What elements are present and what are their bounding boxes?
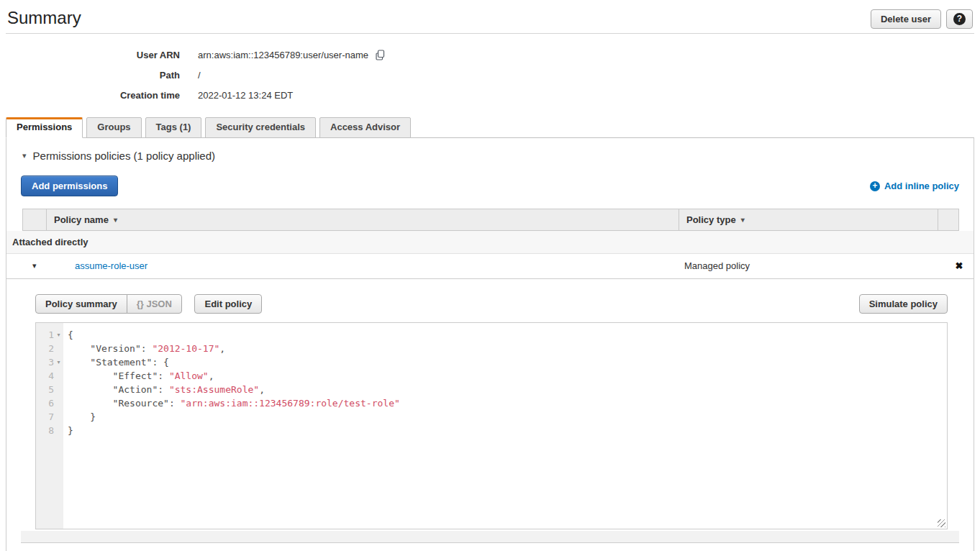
delete-user-button[interactable]: Delete user [871,9,941,29]
detach-policy-icon[interactable]: ✖ [945,260,974,271]
line-number: 5 [48,384,54,395]
creation-time-value: 2022-01-12 13:24 EDT [198,90,293,101]
policy-actions-row: Add permissions + Add inline policy [21,176,959,196]
editor-gutter-line: 7 [36,410,63,424]
policy-name-column-header[interactable]: Policy name ▾ [46,209,679,230]
actions-column-header [938,209,958,230]
policy-name-link[interactable]: assume-role-user [75,260,679,271]
header-divider [6,33,974,34]
help-icon: ? [953,13,966,25]
editor-code-line: "Resource": "arn:aws:iam::123456789:role… [68,396,947,410]
plus-circle-icon: + [870,181,880,191]
editor-code-line: } [68,410,947,424]
creation-time-label: Creation time [0,90,180,101]
user-summary: User ARN arn:aws:iam::123456789:user/use… [0,45,980,105]
policy-view-buttons-row: Policy summary {} JSON Edit policy Simul… [35,294,948,314]
policy-type-value: Managed policy [679,260,945,271]
tab-groups[interactable]: Groups [86,117,141,138]
permissions-tab-panel: ▾ Permissions policies (1 policy applied… [6,137,974,551]
line-number: 4 [48,370,54,381]
editor-code-line: "Action": "sts:AssumeRole", [68,383,947,396]
editor-gutter-line: 8 [36,424,63,437]
copy-icon[interactable] [375,50,386,60]
field-row-creation-time: Creation time 2022-01-12 13:24 EDT [0,85,980,105]
permissions-policies-heading: Permissions policies (1 policy applied) [33,150,215,162]
policy-name-header-label: Policy name [54,214,109,225]
sort-caret-icon: ▾ [114,216,117,224]
top-bar-actions: Delete user ? [871,9,973,29]
editor-code-line: "Statement": { [68,355,947,369]
add-inline-policy-link[interactable]: + Add inline policy [870,181,959,191]
policy-summary-button[interactable]: Policy summary [35,294,127,314]
editor-code-line: "Effect": "Allow", [68,369,947,383]
expand-column-header [23,209,46,230]
field-row-user-arn: User ARN arn:aws:iam::123456789:user/use… [0,45,980,65]
expanded-row-footer [21,531,959,542]
policy-row: ▾ assume-role-user Managed policy ✖ [6,254,974,279]
policy-table: Policy name ▾ Policy type ▾ Attached dir… [6,209,974,543]
editor-gutter: 1▾23▾45678 [36,323,63,529]
sort-caret-icon: ▾ [741,216,745,224]
editor-gutter-line: 2 [36,342,63,355]
editor-gutter-line: 6 [36,396,63,410]
editor-code-line: "Version": "2012-10-17", [68,342,947,355]
policy-type-column-header[interactable]: Policy type ▾ [679,209,938,230]
fold-caret-icon[interactable]: ▾ [54,359,63,365]
user-arn-value: arn:aws:iam::123456789:user/user-name [198,50,368,60]
simulate-policy-button[interactable]: Simulate policy [859,294,948,314]
tab-bar: PermissionsGroupsTags (1)Security creden… [0,117,980,138]
policy-view-segmented-control: Policy summary {} JSON [35,294,182,314]
editor-gutter-line: 1▾ [36,328,63,342]
permissions-policies-section-header[interactable]: ▾ Permissions policies (1 policy applied… [22,150,974,162]
policy-json-editor[interactable]: 1▾23▾45678 { "Version": "2012-10-17", "S… [35,322,948,529]
editor-gutter-line: 3▾ [36,355,63,369]
expand-caret-icon[interactable]: ▾ [32,261,42,270]
help-button[interactable]: ? [946,9,973,29]
edit-policy-button[interactable]: Edit policy [194,294,262,314]
page-title: Summary [7,7,81,29]
line-number: 6 [48,398,54,409]
tab-access-advisor[interactable]: Access Advisor [319,117,411,138]
path-value: / [198,70,201,81]
line-number: 3 [48,357,54,368]
add-permissions-button[interactable]: Add permissions [21,176,118,196]
tab-permissions[interactable]: Permissions [6,117,83,138]
top-bar: Summary Delete user ? [0,0,980,33]
tab-tags-1[interactable]: Tags (1) [145,117,202,138]
line-number: 1 [48,329,54,340]
fold-caret-icon[interactable]: ▾ [54,332,63,338]
policy-detail-expanded: Policy summary {} JSON Edit policy Simul… [21,294,959,543]
editor-gutter-line: 4 [36,369,63,383]
path-label: Path [0,70,180,81]
json-view-button[interactable]: {} JSON [127,294,182,314]
line-number: 7 [48,411,54,422]
editor-gutter-line: 5 [36,383,63,396]
collapse-caret-icon[interactable]: ▾ [22,152,27,160]
group-row-attached-directly: Attached directly [6,231,974,254]
policy-type-header-label: Policy type [686,214,736,225]
user-arn-label: User ARN [0,50,180,60]
line-number: 8 [48,425,54,436]
tab-security-credentials[interactable]: Security credentials [205,117,316,138]
policy-table-header: Policy name ▾ Policy type ▾ [22,209,959,231]
editor-code-line: } [68,424,947,437]
editor-resize-handle[interactable] [938,519,945,527]
field-row-path: Path / [0,65,980,85]
editor-code-line: { [68,328,947,342]
add-inline-policy-label: Add inline policy [884,181,959,191]
line-number: 2 [48,343,54,354]
editor-code-area: { "Version": "2012-10-17", "Statement": … [63,323,947,529]
